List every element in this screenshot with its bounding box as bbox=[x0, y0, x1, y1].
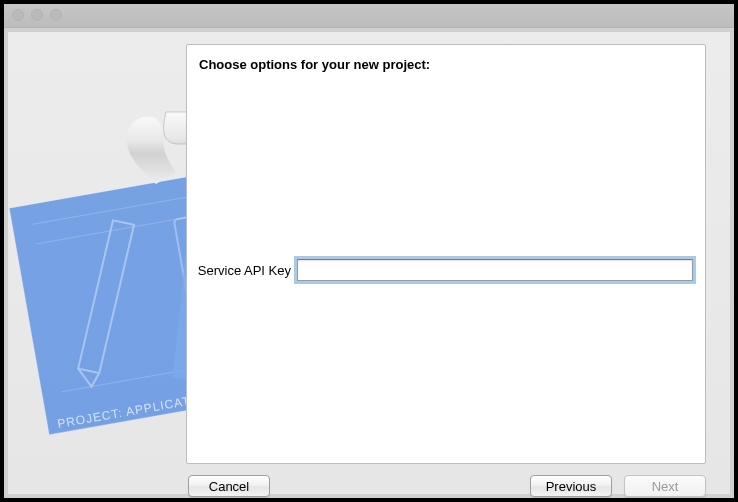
titlebar bbox=[4, 4, 734, 28]
content-area: PROJECT: APPLICATION APP XCODE bbox=[8, 32, 730, 494]
next-button[interactable]: Next bbox=[624, 475, 706, 497]
zoom-traffic-icon[interactable] bbox=[50, 9, 62, 21]
previous-button[interactable]: Previous bbox=[530, 475, 612, 497]
api-key-label: Service API Key bbox=[187, 263, 291, 278]
form-row-api-key: Service API Key bbox=[187, 259, 693, 281]
cancel-button[interactable]: Cancel bbox=[188, 475, 270, 497]
options-sheet: Choose options for your new project: Ser… bbox=[186, 44, 706, 464]
page-title: Choose options for your new project: bbox=[199, 57, 430, 72]
close-traffic-icon[interactable] bbox=[12, 9, 24, 21]
button-row: Cancel Previous Next bbox=[186, 472, 706, 500]
api-key-input[interactable] bbox=[297, 259, 693, 281]
window-frame: PROJECT: APPLICATION APP XCODE bbox=[0, 0, 738, 502]
minimize-traffic-icon[interactable] bbox=[31, 9, 43, 21]
traffic-lights bbox=[12, 9, 62, 21]
